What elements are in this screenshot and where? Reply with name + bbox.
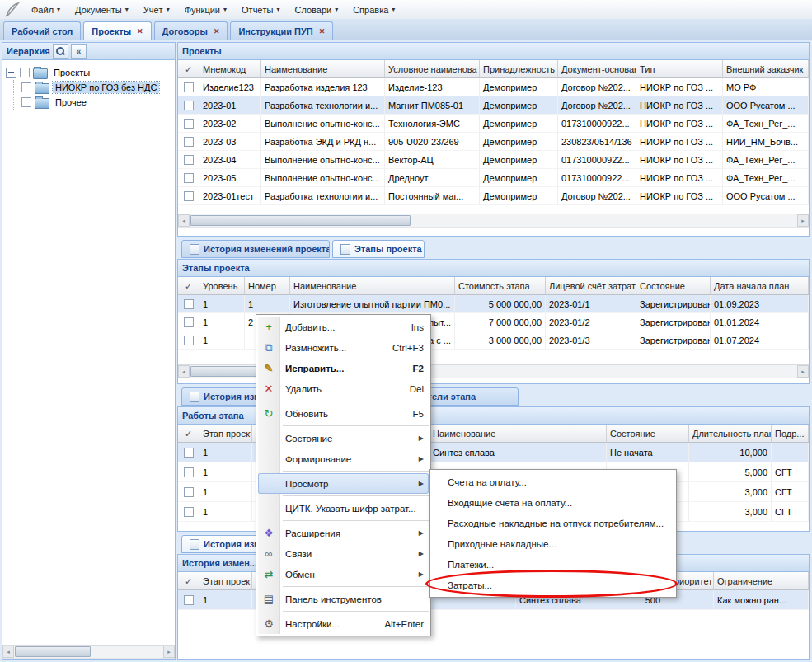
tab-item[interactable]: Договоры✕	[154, 21, 228, 40]
column-header[interactable]: Номер	[245, 277, 290, 294]
tree-node-label[interactable]: НИОКР по ГОЗ без НДС	[53, 82, 159, 93]
scroll-right-icon[interactable]: ▸	[797, 365, 809, 378]
menu-item[interactable]: ▤Панель инструментов	[258, 589, 429, 609]
checkbox[interactable]	[21, 97, 31, 107]
table-row[interactable]: 2023-04Выполнение опытно-конс...Вектор-А…	[178, 151, 809, 169]
column-header[interactable]: Наименование	[290, 277, 455, 294]
menu-item[interactable]: Просмотр▶	[258, 473, 429, 494]
horizontal-scrollbar[interactable]: ◂ ▸	[178, 214, 809, 228]
menu-item[interactable]: ✕УдалитьDel	[258, 378, 429, 399]
table-row[interactable]: 2023-03Разработка ЭКД и РКД н...905-U020…	[178, 133, 809, 151]
menu-item[interactable]: ⇄Обмен▶	[258, 564, 429, 585]
column-header[interactable]: Внешний заказчик	[723, 60, 809, 77]
tree-node-root[interactable]: Проекты	[6, 65, 171, 80]
column-header[interactable]: Дата начала план	[711, 277, 809, 294]
column-header[interactable]: Условное наименова	[385, 60, 480, 77]
tree-node[interactable]: Прочее	[21, 95, 171, 110]
collapse-toggle-icon[interactable]	[6, 68, 16, 78]
close-icon[interactable]: ✕	[137, 27, 143, 35]
menu-item[interactable]: ⧉Размножить...Ctrl+F3	[258, 337, 429, 358]
scroll-right-icon[interactable]: ▸	[797, 214, 809, 227]
menubar-item[interactable]: Учёт▾	[136, 0, 177, 19]
menu-item[interactable]: Входящие счета на оплату...	[432, 492, 674, 513]
checkbox[interactable]	[184, 299, 194, 309]
horizontal-scrollbar[interactable]: ◂ ▸	[2, 645, 175, 659]
menubar-item[interactable]: Справка▾	[345, 0, 402, 19]
table-row[interactable]: 11Изготовление опытной партии ПМ0...5 00…	[178, 295, 809, 313]
close-icon[interactable]: ✕	[319, 27, 326, 35]
checkbox[interactable]	[184, 101, 194, 110]
table-row[interactable]: 2023-02Выполнение опытно-конс...Технолог…	[178, 115, 809, 133]
tree-node-label[interactable]: Проекты	[51, 67, 92, 78]
checkbox[interactable]	[184, 137, 194, 147]
checkbox[interactable]	[184, 82, 194, 92]
menu-item[interactable]: Счета на оплату...	[432, 472, 674, 492]
checkbox[interactable]	[184, 317, 194, 327]
menu-item[interactable]: +Добавить...Ins	[258, 317, 429, 337]
checkbox[interactable]	[184, 595, 194, 605]
tree-node[interactable]: НИОКР по ГОЗ без НДС	[21, 80, 171, 95]
menu-item[interactable]: Формирование▶	[258, 448, 429, 469]
checkbox[interactable]	[184, 467, 194, 477]
menubar-item[interactable]: Отчёты▾	[234, 0, 287, 19]
checkbox[interactable]	[184, 155, 194, 165]
scrollbar-thumb[interactable]	[15, 646, 91, 657]
column-header[interactable]: Подр...	[772, 425, 809, 442]
column-header[interactable]: Длительность план▼	[689, 425, 772, 442]
scroll-left-icon[interactable]: ◂	[2, 646, 14, 658]
checkbox[interactable]	[184, 173, 194, 183]
column-header[interactable]: ✓	[178, 60, 199, 77]
menu-item[interactable]: ↻ОбновитьF5	[258, 403, 429, 424]
find-button[interactable]	[53, 44, 68, 59]
collapse-panel-button[interactable]: «	[71, 44, 87, 59]
menu-item[interactable]: ∞Связи▶	[258, 543, 429, 564]
menubar-item[interactable]: Документы▾	[68, 0, 136, 19]
column-header[interactable]: Наименование	[261, 60, 385, 77]
tab-item[interactable]: Этапы проекта	[332, 240, 425, 258]
column-header[interactable]: ✓	[178, 277, 199, 294]
menubar-item[interactable]: Словари▾	[287, 0, 345, 19]
tab-item[interactable]: Проекты✕	[83, 21, 151, 40]
column-header[interactable]: Наименование	[429, 425, 607, 442]
column-header[interactable]: Тип	[636, 60, 723, 77]
checkbox[interactable]	[184, 448, 194, 458]
column-header[interactable]: Ограничение	[714, 572, 809, 589]
scrollbar-thumb[interactable]	[190, 215, 411, 226]
tree-node-label[interactable]: Прочее	[53, 96, 89, 108]
checkbox[interactable]	[184, 336, 194, 345]
column-header[interactable]: Этап проекта	[199, 572, 252, 589]
menu-item[interactable]: Затраты...	[432, 575, 674, 595]
table-row[interactable]: 2023-01тестРазработка технологии и...Пос…	[178, 187, 809, 205]
scroll-right-icon[interactable]: ▸	[163, 646, 175, 658]
menu-item[interactable]: Приходные накладные...	[432, 533, 674, 554]
close-icon[interactable]: ✕	[214, 27, 220, 35]
checkbox[interactable]	[184, 507, 194, 517]
column-header[interactable]: ✓	[178, 572, 199, 589]
column-header[interactable]: Уровень	[199, 277, 245, 294]
tab-item[interactable]: История изменений проекта	[181, 240, 330, 258]
checkbox[interactable]	[21, 82, 31, 92]
column-header[interactable]: Лицевой счёт затрат	[546, 277, 636, 294]
column-header[interactable]: ✓	[178, 425, 199, 442]
menu-item[interactable]: ❖Расширения▶	[258, 523, 429, 543]
column-header[interactable]: Состояние	[636, 277, 711, 294]
menubar-item[interactable]: Файл▾	[24, 0, 68, 19]
checkbox[interactable]	[184, 191, 194, 201]
scroll-left-icon[interactable]: ◂	[178, 214, 190, 227]
menubar-item[interactable]: Функции▾	[177, 0, 234, 19]
table-row[interactable]: 2023-05Выполнение опытно-конс...Дредноут…	[178, 169, 809, 187]
menu-item[interactable]: ЦИТК. Указать шифр затрат...	[258, 498, 429, 519]
checkbox[interactable]	[184, 119, 194, 129]
tab-item[interactable]: Инструкции ПУП✕	[230, 21, 333, 40]
checkbox[interactable]	[184, 487, 194, 497]
menu-item[interactable]: Состояние▶	[258, 428, 429, 448]
column-header[interactable]: Стоимость этапа	[455, 277, 546, 294]
tab-item[interactable]: Рабочий стол	[3, 21, 81, 40]
column-header[interactable]: Принадлежность	[480, 60, 558, 77]
column-header[interactable]: Документ-основан...	[558, 60, 636, 77]
table-row[interactable]: Изделие123Разработка изделия 123Изделие-…	[178, 78, 809, 96]
scroll-left-icon[interactable]: ◂	[178, 365, 190, 378]
menu-item[interactable]: Расходные накладные на отпуск потребител…	[432, 513, 674, 533]
menu-item[interactable]: ⚙Настройки...Alt+Enter	[258, 613, 429, 634]
column-header[interactable]: Этап проекта	[199, 425, 252, 442]
